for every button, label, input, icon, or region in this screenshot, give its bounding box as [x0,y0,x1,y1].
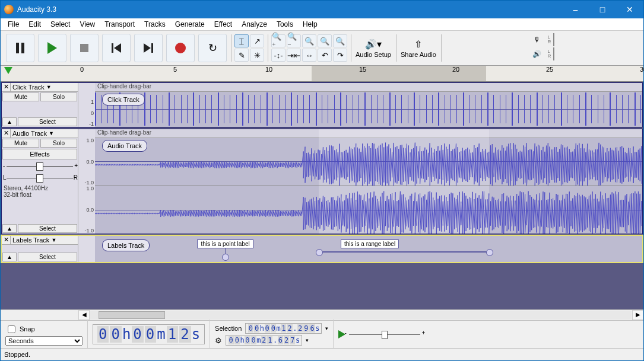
status-bar: Stopped. [1,348,643,360]
pause-button[interactable] [6,34,34,62]
labels-track-body[interactable]: Labels Track this is a point label this … [95,236,642,262]
menu-transport[interactable]: Transport [100,19,139,30]
audio-track-collapse[interactable]: ▲ [2,224,17,233]
ruler-area[interactable]: 051015202530 [82,66,643,81]
record-button[interactable] [166,34,195,62]
meters-group: 🎙 LR -54-48-42-36-30-24-18-12-60 🔊 LR -5… [441,32,642,64]
labels-track-select[interactable]: Select [18,253,77,261]
main-time-display[interactable]: 00h00m12s [93,324,205,344]
multi-tool-button[interactable]: ✳ [250,49,264,62]
snap-checkbox[interactable]: Snap [5,324,83,335]
draw-tool-button[interactable]: ✎ [234,49,249,62]
click-clip-name[interactable]: Click Track [102,94,145,106]
empty-tracks-area[interactable] [1,263,643,309]
silence-button[interactable]: ⇥⇤ [287,49,301,62]
trim-button[interactable]: -↕- [271,49,285,62]
snap-unit-select[interactable]: Seconds [5,336,83,346]
menu-tracks[interactable]: Tracks [139,19,170,30]
audio-track-gain-slider[interactable]: - + [7,161,73,171]
click-track-collapse[interactable]: ▲ [2,117,17,126]
audio-track-close[interactable]: ✕ [2,129,11,138]
scroll-track[interactable] [90,311,632,320]
timeline-options[interactable] [1,66,82,81]
loop-button[interactable]: ↻ [198,34,227,62]
selection-settings-icon[interactable]: ⚙ [215,336,222,345]
audio-track-select[interactable]: Select [18,224,77,233]
audio-track: ✕ Audio Track▼ Mute Solo Effects - + L R [1,129,643,234]
selection-start-display[interactable]: 00h00m12.296s [245,323,322,334]
click-track-panel: ✕ Click Track▼ Mute Solo ▲ Select [2,83,78,127]
click-track-name-dropdown[interactable]: Click Track▼ [11,83,78,91]
menu-file[interactable]: File [3,19,24,30]
playback-meter-icon[interactable]: 🔊 [529,50,545,58]
horizontal-scrollbar[interactable]: ◀ ▶ [1,309,643,320]
timeline-ruler[interactable]: 051015202530 [1,66,643,82]
audio-track-pan-slider[interactable]: L R [7,173,73,183]
fit-project-button[interactable]: 🔍 [318,34,332,47]
menu-bar: File Edit Select View Transport Tracks G… [1,18,643,31]
audio-setup-group[interactable]: 🔊▾ Audio Setup [351,32,396,64]
minimize-button[interactable]: ‒ [561,1,589,18]
labels-clip-name[interactable]: Labels Track [102,239,150,251]
undo-button[interactable]: ↶ [318,49,332,62]
share-icon: ⇧ [414,39,422,50]
fit-selection-button[interactable]: 🔍 [302,34,316,47]
redo-button[interactable]: ↷ [333,49,347,62]
click-track-mute[interactable]: Mute [2,92,39,101]
click-track-select[interactable]: Select [18,117,77,126]
skip-end-button[interactable] [134,34,163,62]
point-label[interactable]: this is a point label [197,239,253,261]
audio-track-mute[interactable]: Mute [2,139,39,148]
menu-analyze[interactable]: Analyze [237,19,272,30]
playback-meter[interactable]: -54-48-42-36-30-24-18-12-60 [553,47,554,60]
range-label[interactable]: this is a range label [341,239,399,248]
stop-button[interactable] [70,34,99,62]
selection-end-display[interactable]: 00h00m21.627s [226,335,302,346]
zoom-toggle-button[interactable]: 🔍 [333,34,347,47]
envelope-tool-button[interactable]: ↗ [250,34,264,47]
close-button[interactable]: ✕ [616,1,643,18]
zoom-in-button[interactable]: 🔍⁺ [271,34,285,47]
menu-help[interactable]: Help [298,19,322,30]
selection-tool-button[interactable]: ⌶ [234,34,249,47]
scroll-right-button[interactable]: ▶ [632,310,643,320]
click-track-body[interactable]: Clip-handle drag-bar Click Track [95,83,642,127]
record-meter-icon[interactable]: 🎙 [529,36,545,44]
audio-track-scale: 1.0 0.0 -1.0 1.0 0.0 -1.0 [78,129,95,234]
audio-clip-handle[interactable]: Clip-handle drag-bar [95,129,642,138]
click-clip-handle[interactable]: Clip-handle drag-bar [95,83,642,92]
audio-track-body[interactable]: Clip-handle drag-bar Audio Track [95,129,642,234]
labels-track-collapse[interactable]: ▲ [2,253,17,261]
audio-track-effects[interactable]: Effects [2,149,77,159]
range-label-handle-left[interactable] [316,249,323,256]
menu-generate[interactable]: Generate [170,19,210,30]
click-track-close[interactable]: ✕ [2,83,11,91]
zoom-out-button[interactable]: 🔍⁻ [287,34,301,47]
point-label-text[interactable]: this is a point label [197,239,253,248]
playback-speed-slider[interactable]: - + [349,330,420,339]
menu-tools[interactable]: Tools [272,19,298,30]
scroll-left-button[interactable]: ◀ [78,310,90,320]
range-label-handle-right[interactable] [486,249,493,256]
click-track-solo[interactable]: Solo [40,92,77,101]
menu-edit[interactable]: Edit [24,19,46,30]
point-label-handle[interactable] [222,254,229,261]
menu-select[interactable]: Select [46,19,75,30]
audio-clip-name[interactable]: Audio Track [102,140,147,152]
play-button[interactable] [38,34,66,62]
labels-track-name-dropdown[interactable]: Labels Track▼ [11,236,78,244]
audio-track-name-dropdown[interactable]: Audio Track▼ [11,129,78,138]
share-audio-group[interactable]: ⇧ Share Audio [396,32,441,64]
scroll-thumb[interactable] [99,311,165,319]
bottom-toolbar: Snap Seconds 00h00m12s Selection 00h00m1… [1,320,643,348]
skip-start-button[interactable] [102,34,131,62]
menu-view[interactable]: View [75,19,100,30]
sync-lock-button[interactable]: ↔ [302,49,316,62]
maximize-button[interactable]: □ [589,1,616,18]
range-label-bar[interactable] [319,251,489,253]
labels-track-close[interactable]: ✕ [2,236,11,244]
range-label-text[interactable]: this is a range label [341,239,399,248]
menu-effect[interactable]: Effect [210,19,237,30]
audio-track-solo[interactable]: Solo [40,139,77,148]
record-meter[interactable]: -54-48-42-36-30-24-18-12-60 [553,33,554,46]
